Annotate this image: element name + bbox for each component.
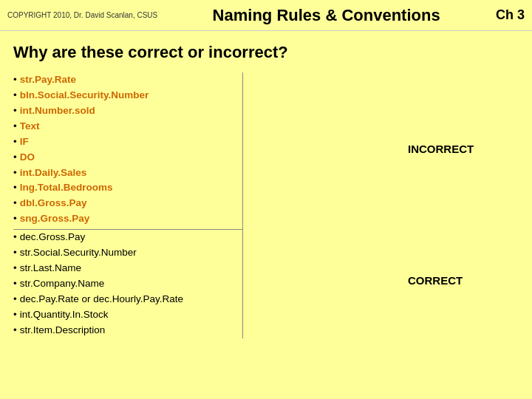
item-text: IF (20, 134, 29, 150)
list-item: •sng.Gross.Pay (13, 211, 378, 227)
list-item: •lng.Total.Bedrooms (13, 180, 378, 196)
item-text: int.Quantity.In.Stock (20, 307, 109, 323)
item-text: DO (20, 150, 35, 166)
vertical-divider (242, 72, 243, 338)
bullet-icon: • (13, 292, 17, 307)
bullet-icon: • (13, 134, 17, 150)
item-text: int.Number.sold (20, 103, 95, 119)
bullet-icon: • (13, 196, 17, 211)
item-text: int.Daily.Sales (20, 166, 87, 181)
item-text: str.Pay.Rate (20, 72, 76, 88)
item-text: Text (20, 119, 40, 134)
page-title: Naming Rules & Conventions (157, 6, 495, 25)
main-content: Why are these correct or incorrect? •str… (0, 31, 532, 346)
item-text: str.Item.Description (20, 323, 106, 338)
list-item: •int.Daily.Sales (13, 166, 378, 181)
item-text: dec.Pay.Rate or dec.Hourly.Pay.Rate (20, 292, 183, 307)
list-item: •IF (13, 134, 378, 150)
labels-column: INCORRECT CORRECT (386, 72, 519, 338)
list-item: •Text (13, 119, 378, 134)
item-text: str.Company.Name (20, 276, 105, 292)
bullet-icon: • (13, 180, 17, 196)
incorrect-label: INCORRECT (408, 143, 474, 155)
item-text: lng.Total.Bedrooms (20, 180, 113, 196)
list-item: •str.Last.Name (13, 261, 378, 276)
item-text: dec.Gross.Pay (20, 230, 86, 245)
item-text: dbl.Gross.Pay (20, 196, 87, 211)
bullet-icon: • (13, 166, 17, 181)
bullet-icon: • (13, 88, 17, 103)
bullet-icon: • (13, 261, 17, 276)
list-item: •str.Pay.Rate (13, 72, 378, 88)
list-item: •str.Social.Security.Number (13, 245, 378, 261)
correct-list: •dec.Gross.Pay•str.Social.Security.Numbe… (13, 230, 378, 338)
list-item: •dbl.Gross.Pay (13, 196, 378, 211)
list-item: •DO (13, 150, 378, 166)
bullet-icon: • (13, 276, 17, 292)
bullet-icon: • (13, 150, 17, 166)
correct-label: CORRECT (408, 274, 463, 287)
item-text: str.Social.Security.Number (20, 245, 137, 261)
bullet-icon: • (13, 103, 17, 119)
bullet-icon: • (13, 119, 17, 134)
list-column: •str.Pay.Rate•bln.Social.Security.Number… (13, 72, 386, 338)
item-text: bln.Social.Security.Number (20, 88, 149, 103)
bullet-icon: • (13, 211, 17, 227)
list-item: •dec.Gross.Pay (13, 230, 378, 245)
chapter-label: Ch 3 (495, 7, 525, 23)
question-title: Why are these correct or incorrect? (13, 43, 519, 62)
list-item: •int.Number.sold (13, 103, 378, 119)
incorrect-list: •str.Pay.Rate•bln.Social.Security.Number… (13, 72, 378, 227)
bullet-icon: • (13, 72, 17, 88)
item-text: sng.Gross.Pay (20, 211, 90, 227)
list-item: •str.Company.Name (13, 276, 378, 292)
content-area: •str.Pay.Rate•bln.Social.Security.Number… (13, 72, 519, 338)
bullet-icon: • (13, 323, 17, 338)
header: COPYRIGHT 2010, Dr. David Scanlan, CSUS … (0, 0, 532, 31)
horizontal-divider (13, 229, 242, 230)
copyright-text: COPYRIGHT 2010, Dr. David Scanlan, CSUS (7, 11, 157, 19)
bullet-icon: • (13, 230, 17, 245)
item-text: str.Last.Name (20, 261, 81, 276)
list-item: •bln.Social.Security.Number (13, 88, 378, 103)
list-item: •str.Item.Description (13, 323, 378, 338)
list-item: •int.Quantity.In.Stock (13, 307, 378, 323)
bullet-icon: • (13, 245, 17, 261)
bullet-icon: • (13, 307, 17, 323)
list-item: •dec.Pay.Rate or dec.Hourly.Pay.Rate (13, 292, 378, 307)
